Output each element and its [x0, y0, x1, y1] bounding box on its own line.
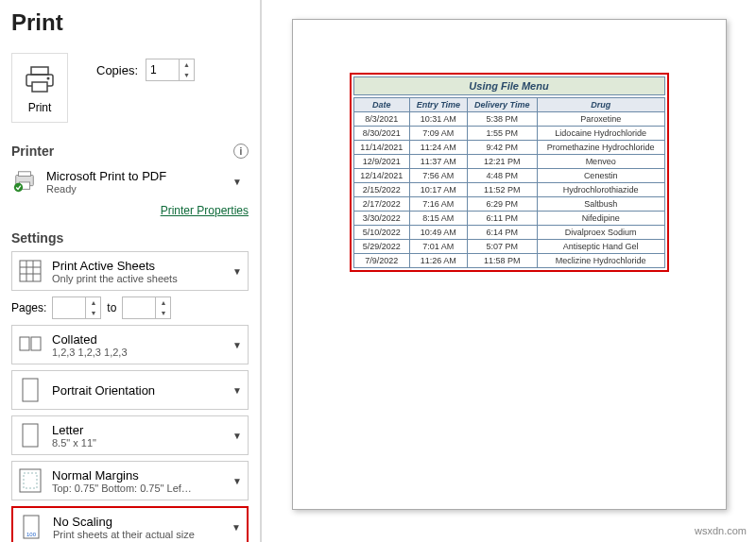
paper-size-select[interactable]: Letter8.5" x 11" ▼: [11, 415, 249, 455]
spinner-down-icon[interactable]: ▼: [156, 308, 170, 318]
printer-status: Ready: [46, 183, 166, 195]
spinner-down-icon[interactable]: ▼: [180, 70, 194, 80]
letter-icon: [20, 422, 41, 449]
printer-properties-link[interactable]: Printer Properties: [11, 204, 249, 217]
print-button[interactable]: Print: [11, 53, 68, 123]
table-cell: 3/30/2022: [353, 212, 409, 226]
table-cell: 5:38 PM: [467, 112, 537, 127]
svg-rect-13: [20, 337, 29, 350]
table-header: Date: [353, 98, 409, 112]
table-row: 5/10/202210:49 AM6:14 PMDivalproex Sodiu…: [353, 226, 664, 240]
chevron-down-icon: ▼: [232, 266, 242, 277]
table-cell: 6:14 PM: [467, 226, 537, 240]
pages-to-input[interactable]: [123, 297, 155, 318]
table-cell: 10:31 AM: [409, 112, 467, 127]
table-cell: 12:21 PM: [467, 155, 537, 169]
table-cell: Nifedipine: [537, 212, 664, 226]
table-cell: 6:29 PM: [467, 197, 537, 212]
pages-from-input[interactable]: [53, 297, 85, 318]
table-cell: 5/10/2022: [353, 226, 409, 240]
preview-table: DateEntry TimeDelivery TimeDrug 8/3/2021…: [353, 97, 665, 268]
watermark: wsxdn.com: [695, 525, 747, 536]
pages-to[interactable]: ▲▼: [122, 296, 171, 319]
table-cell: 1:55 PM: [467, 127, 537, 141]
svg-rect-16: [23, 424, 38, 447]
svg-point-7: [14, 183, 23, 192]
collation-select[interactable]: Collated1,2,3 1,2,3 1,2,3 ▼: [11, 325, 249, 364]
pages-from[interactable]: ▲▼: [52, 296, 101, 319]
table-row: 3/30/20228:15 AM6:11 PMNifedipine: [353, 212, 664, 226]
table-cell: 10:49 AM: [409, 226, 467, 240]
table-cell: Divalproex Sodium: [537, 226, 664, 240]
setting-line2: Top: 0.75" Bottom: 0.75" Lef…: [52, 483, 192, 494]
table-cell: 11:26 AM: [409, 254, 467, 268]
table-cell: Promethazine Hydrochloride: [537, 141, 664, 155]
copies-input[interactable]: [146, 59, 179, 80]
sheets-icon: [18, 259, 43, 283]
table-cell: Cenestin: [537, 169, 664, 183]
printer-name: Microsoft Print to PDF: [46, 169, 166, 183]
svg-rect-14: [31, 337, 41, 350]
table-cell: 12/14/2021: [353, 169, 409, 183]
table-header: Delivery Time: [467, 98, 537, 112]
print-button-label: Print: [28, 101, 52, 114]
chevron-down-icon: ▼: [232, 431, 242, 441]
table-cell: Menveo: [537, 155, 664, 169]
table-cell: 7/9/2022: [353, 254, 409, 268]
spinner-up-icon[interactable]: ▲: [156, 297, 170, 308]
margins-select[interactable]: Normal MarginsTop: 0.75" Bottom: 0.75" L…: [11, 461, 249, 500]
table-cell: 11/14/2021: [353, 141, 409, 155]
settings-section-label: Settings: [11, 230, 63, 246]
printer-select[interactable]: Microsoft Print to PDF Ready ▼: [11, 164, 249, 198]
table-row: 12/14/20217:56 AM4:48 PMCenestin: [353, 169, 664, 183]
collated-icon: [18, 332, 43, 357]
table-cell: Saltbush: [537, 197, 664, 212]
table-cell: 8:15 AM: [409, 212, 467, 226]
setting-line2: 8.5" x 11": [52, 437, 96, 449]
table-cell: 2/17/2022: [353, 197, 409, 212]
table-cell: 2/15/2022: [353, 183, 409, 197]
table-cell: 11:52 PM: [467, 183, 537, 197]
table-cell: 7:16 AM: [409, 197, 467, 212]
printer-icon: [24, 65, 56, 93]
chevron-down-icon: ▼: [232, 340, 242, 350]
table-cell: 7:56 AM: [409, 169, 467, 183]
scaling-select[interactable]: 100 No ScalingPrint sheets at their actu…: [11, 506, 249, 542]
svg-rect-8: [20, 261, 41, 281]
table-row: 8/30/20217:09 AM1:55 PMLidocaine Hydroch…: [353, 127, 664, 141]
setting-line1: Normal Margins: [52, 468, 192, 483]
print-area-select[interactable]: Print Active SheetsOnly print the active…: [11, 251, 249, 291]
setting-line1: Collated: [52, 332, 128, 347]
table-cell: 6:11 PM: [467, 212, 537, 226]
setting-line2: Print sheets at their actual size: [53, 529, 195, 540]
scaling-icon: 100: [21, 514, 42, 540]
table-cell: Paroxetine: [537, 112, 664, 127]
table-cell: 8/3/2021: [353, 112, 409, 127]
orientation-select[interactable]: Portrait Orientation ▼: [11, 370, 249, 410]
chevron-down-icon: ▼: [232, 177, 242, 187]
table-cell: 8/30/2021: [353, 127, 409, 141]
table-row: 11/14/202111:24 AM9:42 PMPromethazine Hy…: [353, 141, 664, 155]
spinner-up-icon[interactable]: ▲: [86, 297, 100, 308]
info-icon[interactable]: i: [233, 144, 249, 159]
svg-text:100: 100: [26, 532, 37, 537]
setting-line1: No Scaling: [53, 515, 195, 529]
copies-spinner[interactable]: ▲▼: [146, 59, 195, 81]
margins-icon: [18, 467, 43, 494]
chevron-down-icon: ▼: [232, 522, 241, 533]
table-row: 5/29/20227:01 AM5:07 PMAntiseptic Hand G…: [353, 240, 664, 254]
table-row: 2/17/20227:16 AM6:29 PMSaltbush: [353, 197, 664, 212]
table-header: Entry Time: [409, 98, 467, 112]
setting-line1: Portrait Orientation: [52, 383, 155, 398]
svg-rect-5: [19, 172, 31, 177]
svg-rect-0: [31, 67, 48, 75]
table-cell: 11:58 PM: [467, 254, 537, 268]
setting-line2: 1,2,3 1,2,3 1,2,3: [52, 347, 128, 358]
copies-label: Copies:: [96, 63, 138, 77]
page-preview: Using File Menu DateEntry TimeDelivery T…: [292, 19, 727, 510]
spinner-down-icon[interactable]: ▼: [86, 308, 100, 318]
setting-line1: Letter: [52, 423, 96, 437]
spinner-up-icon[interactable]: ▲: [180, 59, 194, 70]
to-label: to: [107, 301, 116, 314]
table-cell: Meclizine Hydrochloride: [537, 254, 664, 268]
